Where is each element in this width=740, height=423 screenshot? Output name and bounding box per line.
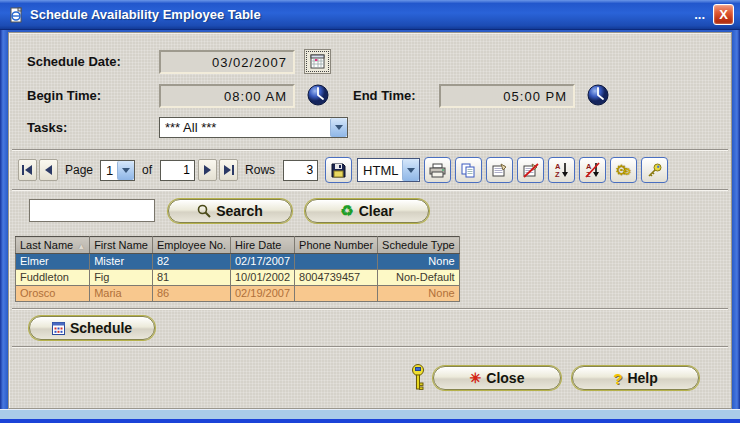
chevron-down-icon[interactable]	[117, 161, 134, 180]
table-header-row: Last Name▲ First Name Employee No. Hire …	[16, 237, 460, 254]
end-time-picker-button[interactable]	[586, 83, 611, 108]
copy-icon	[461, 163, 476, 178]
title-overflow-dots: ...	[694, 7, 705, 22]
search-panel: Search ♻ Clear	[9, 191, 731, 230]
begin-time-field[interactable]: 08:00 AM	[159, 84, 295, 108]
table-row[interactable]: Elmer Mister 82 02/17/2007 None	[16, 254, 460, 270]
format-selected-value: HTML	[358, 163, 402, 178]
rows-input[interactable]	[283, 160, 318, 181]
export-format-select[interactable]: HTML	[357, 158, 420, 182]
cell-first-name[interactable]: Maria	[90, 286, 153, 302]
cell-schedule-type[interactable]: None	[378, 254, 460, 270]
page-selected-value: 1	[101, 163, 117, 178]
cell-phone-number[interactable]	[295, 254, 378, 270]
end-time-field[interactable]: 05:00 PM	[439, 84, 575, 108]
title-bar: Schedule Availability Employee Table ...…	[0, 0, 740, 30]
last-page-icon	[223, 165, 234, 175]
help-button-label: Help	[627, 370, 657, 386]
cell-employee-no[interactable]: 82	[152, 254, 230, 270]
close-window-button[interactable]: X	[713, 4, 734, 25]
cell-first-name[interactable]: Fig	[90, 270, 153, 286]
cell-schedule-type[interactable]: Non-Default	[378, 270, 460, 286]
cell-phone-number[interactable]: 8004739457	[295, 270, 378, 286]
dialog-content: Schedule Date: 03/02/2007 Begin Time: 08…	[8, 32, 732, 409]
key-button[interactable]	[641, 157, 668, 183]
search-icon	[197, 204, 211, 218]
chevron-down-icon[interactable]	[402, 159, 419, 181]
table-row[interactable]: Fuddleton Fig 81 10/01/2002 8004739457 N…	[16, 270, 460, 286]
window-frame-body: Schedule Date: 03/02/2007 Begin Time: 08…	[0, 30, 740, 409]
cell-first-name[interactable]: Mister	[90, 254, 153, 270]
print-button[interactable]	[424, 157, 451, 183]
table-row[interactable]: Orosco Maria 86 02/19/2007 None	[16, 286, 460, 302]
column-header-phone-number[interactable]: Phone Number	[295, 237, 378, 254]
column-header-schedule-type[interactable]: Schedule Type	[378, 237, 460, 254]
recycle-icon: ♻	[340, 203, 353, 218]
svg-text:Z: Z	[555, 170, 560, 178]
cell-schedule-type[interactable]: None	[378, 286, 460, 302]
previous-page-button[interactable]	[39, 159, 58, 181]
search-button[interactable]: Search	[168, 199, 292, 223]
select-record-button[interactable]	[486, 157, 513, 183]
unsort-icon: A Z	[585, 162, 600, 178]
cell-hire-date[interactable]: 02/19/2007	[231, 286, 295, 302]
question-mark-icon: ?	[613, 371, 622, 386]
schedule-date-row: Schedule Date: 03/02/2007	[27, 49, 731, 74]
tasks-select[interactable]: *** All ***	[159, 117, 348, 138]
gears-icon: ⚙⚙	[615, 163, 632, 177]
cell-last-name[interactable]: Orosco	[16, 286, 90, 302]
last-page-button[interactable]	[219, 159, 238, 181]
end-time-label: End Time:	[353, 88, 439, 103]
schedule-button[interactable]: Schedule	[29, 316, 155, 340]
cell-hire-date[interactable]: 10/01/2002	[231, 270, 295, 286]
settings-button[interactable]: ⚙⚙	[610, 157, 637, 183]
close-button[interactable]: ✳ Close	[433, 366, 561, 390]
cell-last-name[interactable]: Fuddleton	[16, 270, 90, 286]
chevron-down-icon[interactable]	[330, 118, 347, 137]
column-header-employee-no[interactable]: Employee No.	[152, 237, 230, 254]
dialog-footer: ✳ Close ? Help	[9, 348, 731, 408]
begin-time-picker-button[interactable]	[306, 83, 331, 108]
close-star-icon: ✳	[470, 371, 482, 385]
employee-table-panel: Last Name▲ First Name Employee No. Hire …	[9, 230, 731, 308]
save-icon	[331, 163, 346, 178]
dialog-window: Schedule Availability Employee Table ...…	[0, 0, 740, 423]
employee-table: Last Name▲ First Name Employee No. Hire …	[15, 236, 460, 302]
printer-icon	[429, 163, 446, 178]
column-header-first-name[interactable]: First Name	[90, 237, 153, 254]
schedule-action-panel: Schedule	[9, 310, 731, 346]
unsort-button[interactable]: A Z	[579, 157, 606, 183]
clear-button-label: Clear	[359, 203, 394, 219]
of-label: of	[142, 163, 152, 177]
previous-page-icon	[44, 165, 53, 175]
column-header-last-name[interactable]: Last Name▲	[16, 237, 90, 254]
clock-icon	[586, 83, 610, 107]
next-page-button[interactable]	[198, 159, 217, 181]
search-button-label: Search	[216, 203, 263, 219]
first-page-button[interactable]	[18, 159, 37, 181]
cell-last-name[interactable]: Elmer	[16, 254, 90, 270]
schedule-date-field[interactable]: 03/02/2007	[159, 50, 295, 74]
search-input[interactable]	[29, 199, 155, 222]
cell-employee-no[interactable]: 86	[152, 286, 230, 302]
sort-button[interactable]: A Z	[548, 157, 575, 183]
clear-button[interactable]: ♻ Clear	[305, 199, 429, 223]
key-icon	[647, 163, 662, 178]
cell-hire-date[interactable]: 02/17/2007	[231, 254, 295, 270]
close-button-label: Close	[486, 370, 524, 386]
deselect-record-button[interactable]	[517, 157, 544, 183]
help-button[interactable]: ? Help	[572, 366, 699, 390]
window-document-icon	[8, 7, 24, 23]
security-key-icon	[411, 364, 425, 392]
cell-phone-number[interactable]	[295, 286, 378, 302]
total-pages-input[interactable]	[160, 160, 195, 181]
first-page-icon	[22, 165, 33, 175]
save-export-button[interactable]	[325, 157, 352, 183]
cell-employee-no[interactable]: 81	[152, 270, 230, 286]
form-deselect-icon	[523, 163, 539, 178]
copy-button[interactable]	[455, 157, 482, 183]
page-select[interactable]: 1	[100, 160, 135, 181]
grid-toolbar: Page 1 of Rows	[9, 151, 731, 189]
column-header-hire-date[interactable]: Hire Date	[231, 237, 295, 254]
date-picker-button[interactable]	[304, 49, 331, 74]
